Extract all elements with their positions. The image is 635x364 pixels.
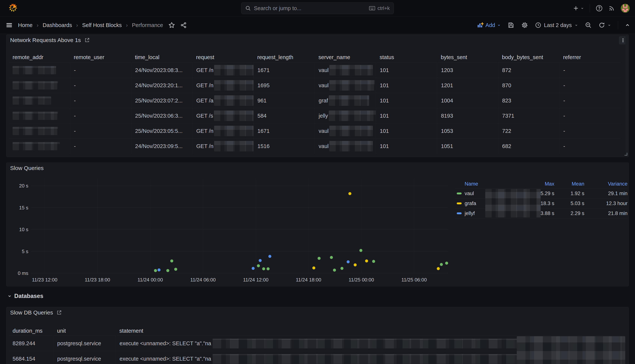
slow-db-queries-panel: Slow DB Queries duration_msunitstatement… bbox=[6, 307, 629, 364]
legend-header-variance[interactable]: Variance bbox=[584, 181, 628, 187]
column-header-duration_ms[interactable]: duration_ms bbox=[9, 326, 53, 336]
panel-title[interactable]: Network Requests Above 1s bbox=[10, 37, 81, 43]
share-icon[interactable] bbox=[180, 22, 187, 28]
redacted-value bbox=[329, 110, 376, 121]
y-axis-tick-label: 0 ms bbox=[18, 270, 28, 276]
series-color-swatch[interactable] bbox=[457, 212, 462, 214]
favorite-star-icon[interactable] bbox=[168, 22, 175, 28]
column-header-request[interactable]: request bbox=[192, 52, 254, 62]
column-header-server_name[interactable]: server_name bbox=[315, 52, 376, 62]
request-prefix: GET /n bbox=[196, 143, 213, 149]
cell-remote-user: - bbox=[70, 108, 131, 123]
search-bar[interactable]: ctrl+k bbox=[241, 2, 394, 14]
redacted-value bbox=[12, 127, 58, 135]
cell-request: GET /n bbox=[192, 139, 254, 154]
new-menu-button[interactable] bbox=[573, 5, 584, 11]
scatter-point-vaul bbox=[445, 262, 448, 264]
cell-unit: postgresql.service bbox=[53, 336, 116, 351]
legend-mean-value: 5.03 s bbox=[554, 200, 584, 206]
refresh-dashboard-button[interactable] bbox=[598, 22, 611, 28]
legend-header-name[interactable]: Name bbox=[455, 181, 522, 187]
redacted-value bbox=[214, 126, 254, 136]
panel-title[interactable]: Slow DB Queries bbox=[10, 310, 53, 316]
table-row: -24/Nov/2023:09:5...GET /n1516vaul101105… bbox=[9, 138, 620, 154]
zoom-out-time-icon[interactable] bbox=[585, 22, 592, 28]
scatter-point-grafa bbox=[365, 260, 368, 262]
search-input[interactable] bbox=[254, 5, 369, 12]
hamburger-menu-icon[interactable] bbox=[6, 22, 13, 28]
column-header-referrer[interactable]: referrer bbox=[560, 52, 620, 62]
cell-bytes-sent: 1201 bbox=[437, 78, 498, 93]
scatter-point-vaul bbox=[174, 268, 177, 271]
breadcrumb-item[interactable]: Home bbox=[18, 22, 32, 28]
time-range-picker[interactable]: Last 2 days bbox=[535, 22, 578, 28]
news-rss-icon[interactable] bbox=[608, 5, 615, 12]
dashboard-settings-gear-icon[interactable] bbox=[521, 22, 528, 29]
dashboard-toolbar: Home›Dashboards›Self Host Blocks›Perform… bbox=[0, 16, 635, 34]
series-color-swatch[interactable] bbox=[457, 192, 462, 194]
add-panel-button[interactable]: Add bbox=[477, 22, 501, 28]
cell-request-length: 584 bbox=[254, 108, 315, 123]
column-header-bytes_sent[interactable]: bytes_sent bbox=[437, 52, 498, 62]
external-link-icon[interactable] bbox=[56, 310, 62, 316]
legend-variance-value: 21.8 min bbox=[584, 210, 628, 216]
nav-divider bbox=[590, 4, 590, 12]
databases-section-toggle[interactable]: Databases bbox=[8, 293, 43, 300]
scatter-point-grafa bbox=[354, 264, 357, 266]
cell-request-length: 961 bbox=[254, 93, 315, 108]
cell-remote-addr bbox=[9, 78, 70, 93]
column-header-remote_addr[interactable]: remote_addr bbox=[9, 52, 70, 62]
cell-duration-ms: 8289.244 bbox=[9, 336, 53, 351]
breadcrumb-item[interactable]: Dashboards bbox=[42, 22, 72, 28]
cell-body-bytes-sent: 870 bbox=[498, 78, 560, 93]
breadcrumb-separator: › bbox=[76, 22, 78, 28]
column-header-remote_user[interactable]: remote_user bbox=[70, 52, 131, 62]
panel-resize-handle[interactable] bbox=[624, 153, 627, 156]
x-axis-tick-label: 11/25 06:00 bbox=[402, 277, 427, 282]
breadcrumb-separator: › bbox=[126, 22, 128, 28]
cell-referrer: - bbox=[560, 124, 620, 138]
panel-scrollbar[interactable] bbox=[626, 36, 628, 156]
cell-server-name: graf bbox=[315, 93, 376, 108]
redacted-statement-block bbox=[517, 336, 625, 364]
statement-prefix: execute <unnamed>: SELECT "a"."na bbox=[120, 356, 211, 362]
legend-mean-value: 1.92 s bbox=[554, 191, 584, 196]
scatter-point-vaul bbox=[257, 264, 260, 267]
scatter-point-grafa bbox=[312, 266, 315, 270]
slow-queries-scatter-chart[interactable]: 0 ms5 s10 s15 s20 s11/23 12:0011/23 18:0… bbox=[18, 174, 451, 286]
x-axis-tick-label: 11/24 18:00 bbox=[296, 277, 321, 282]
column-header-statement[interactable]: statement bbox=[116, 326, 624, 336]
cell-body-bytes-sent: 682 bbox=[498, 139, 560, 154]
cell-referrer: - bbox=[560, 63, 620, 78]
cell-status: 101 bbox=[376, 124, 437, 138]
column-header-request_length[interactable]: request_length bbox=[254, 52, 315, 62]
cell-status: 101 bbox=[376, 108, 437, 123]
cell-referrer: - bbox=[560, 93, 620, 108]
redacted-value bbox=[214, 141, 254, 152]
scatter-point-jellyf bbox=[346, 260, 350, 263]
legend-header-max[interactable]: Max bbox=[522, 181, 554, 187]
column-header-time_local[interactable]: time_local bbox=[131, 52, 192, 62]
breadcrumb-item[interactable]: Self Host Blocks bbox=[82, 22, 122, 28]
scatter-point-vaul bbox=[372, 260, 375, 263]
help-icon[interactable] bbox=[596, 5, 603, 12]
cell-status: 101 bbox=[376, 139, 437, 154]
legend-header-mean[interactable]: Mean bbox=[554, 181, 584, 187]
column-header-body_bytes_sent[interactable]: body_bytes_sent bbox=[498, 52, 560, 62]
column-header-unit[interactable]: unit bbox=[53, 326, 116, 336]
grafana-logo[interactable] bbox=[9, 3, 17, 14]
column-header-status[interactable]: status bbox=[376, 52, 437, 62]
save-dashboard-icon[interactable] bbox=[508, 22, 514, 28]
cell-time-local: 24/Nov/2023:09:5... bbox=[131, 139, 192, 154]
panel-title[interactable]: Slow Queries bbox=[10, 165, 44, 171]
redacted-value bbox=[214, 80, 254, 90]
breadcrumb-item[interactable]: Performance bbox=[132, 22, 163, 28]
scatter-point-grafa bbox=[348, 192, 352, 195]
series-color-swatch[interactable] bbox=[457, 202, 462, 204]
cell-remote-addr bbox=[9, 124, 70, 138]
external-link-icon[interactable] bbox=[84, 37, 90, 43]
user-avatar[interactable] bbox=[621, 4, 630, 13]
collapse-toolbar-chevron-icon[interactable] bbox=[625, 22, 630, 28]
scatter-point-jellyf bbox=[268, 255, 271, 258]
request-prefix: GET /n bbox=[196, 82, 213, 88]
